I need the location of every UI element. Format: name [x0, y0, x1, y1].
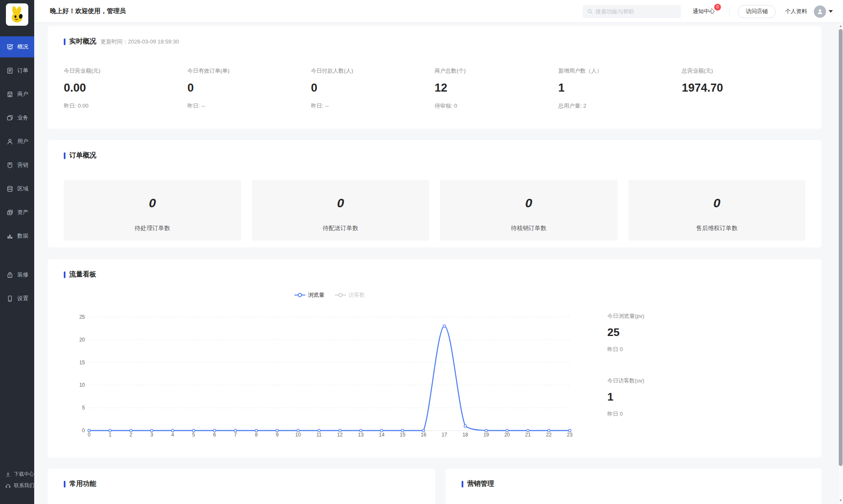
download-icon [5, 471, 11, 477]
sidebar-item-用户[interactable]: 用户 [0, 131, 34, 152]
title-accent-bar [64, 271, 65, 278]
traffic-board-card: 流量看板 浏览量访客数 0510152025012345678910111213… [48, 259, 821, 458]
sidebar-item-商户[interactable]: 商户 [0, 84, 34, 105]
stat-sub: 昨日: -- [188, 102, 311, 110]
stat-sub: 待审核: 0 [435, 102, 558, 110]
legend-marker-icon [334, 293, 346, 298]
svg-text:22: 22 [546, 432, 552, 438]
user-avatar-icon [816, 8, 824, 15]
orders-icon [6, 67, 14, 74]
svg-text:2: 2 [130, 432, 133, 438]
legend-label: 访客数 [348, 291, 365, 299]
sidebar-item-订单[interactable]: 订单 [0, 60, 34, 81]
sidebar-item-label: 订单 [17, 67, 28, 74]
footer-item-label: 联系我们 [14, 482, 34, 489]
stat-label: 今日付款人数(人) [311, 67, 435, 75]
legend-label: 浏览量 [308, 291, 324, 299]
title-accent-bar [64, 38, 65, 45]
user-icon [6, 138, 14, 145]
sidebar-item-资产[interactable]: 资产 [0, 202, 34, 223]
svg-text:15: 15 [400, 432, 405, 438]
realtime-stats-row: 今日营业额(元)0.00昨日: 0.00今日有效订单(单)0昨日: --今日付款… [48, 67, 821, 110]
notification-badge: 0 [714, 4, 721, 11]
sidebar-item-业务[interactable]: 业务 [0, 107, 34, 128]
scrollbar-thumb[interactable] [839, 29, 843, 466]
data-icon [6, 233, 14, 240]
svg-text:14: 14 [379, 432, 385, 438]
order-box-售后维权订单数: 0售后维权订单数 [628, 180, 806, 241]
sidebar-item-营销[interactable]: 营销 [0, 154, 34, 176]
sidebar-footer: 下载中心联系我们 [0, 469, 34, 491]
svg-text:6: 6 [213, 432, 216, 438]
sidebar-item-label: 商户 [17, 90, 28, 98]
order-boxes-row: 0待处理订单数0待配送订单数0待核销订单数0售后维权订单数 [48, 180, 821, 241]
order-overview-card: 订单概况 0待处理订单数0待配送订单数0待核销订单数0售后维权订单数 [48, 140, 821, 247]
stat-value: 1 [558, 81, 682, 95]
svg-text:12: 12 [337, 432, 343, 438]
sidebar-item-区域[interactable]: 区域 [0, 178, 34, 199]
stat-sub: 昨日: -- [311, 102, 435, 110]
sidebar-item-设置[interactable]: 设置 [0, 288, 34, 309]
asset-icon [6, 209, 14, 216]
stat-label: 总营业额(元) [682, 67, 805, 75]
stat-value: 0 [311, 81, 435, 95]
sidebar-footer-item-联系我们[interactable]: 联系我们 [0, 480, 34, 491]
stat-value: 1974.70 [682, 81, 805, 95]
svg-text:5: 5 [192, 432, 195, 438]
legend-item-访客数[interactable]: 访客数 [334, 291, 365, 299]
order-box-label: 待核销订单数 [440, 225, 617, 232]
order-box-待处理订单数: 0待处理订单数 [64, 180, 241, 241]
stat-sub: 总用户量: 2 [558, 102, 682, 110]
main-content: 实时概况 更新时间：2026-03-09 18:59:30 今日营业额(元)0.… [34, 23, 838, 504]
page-scrollbar: ▲ ▼ [838, 23, 843, 504]
rabbit-logo-icon [8, 5, 27, 24]
region-icon [6, 185, 14, 192]
title-accent-bar [64, 152, 65, 159]
svg-text:20: 20 [504, 432, 510, 438]
avatar-menu[interactable] [814, 5, 833, 18]
sidebar-item-label: 营销 [17, 161, 28, 169]
sidebar-item-label: 数据 [17, 232, 28, 240]
svg-text:0: 0 [82, 428, 85, 434]
marketing-management-title: 营销管理 [467, 480, 494, 488]
sidebar-item-label: 资产 [17, 209, 28, 216]
search-box[interactable] [583, 5, 681, 18]
svg-text:8: 8 [255, 432, 258, 438]
update-time: 更新时间：2026-03-09 18:59:30 [101, 38, 179, 46]
traffic-stat-label: 今日访客数(uv) [607, 377, 644, 385]
notification-label: 通知中心 [693, 8, 715, 14]
profile-link[interactable]: 个人资料 [785, 8, 807, 15]
app-logo[interactable] [6, 3, 28, 26]
svg-text:1: 1 [109, 432, 111, 438]
order-box-value: 0 [64, 180, 241, 210]
stat-今日付款人数(人): 今日付款人数(人)0昨日: -- [311, 67, 435, 110]
scrollbar-down-arrow[interactable]: ▼ [838, 498, 843, 504]
traffic-stat-value: 1 [607, 390, 644, 404]
order-box-label: 待处理订单数 [64, 225, 241, 232]
search-input[interactable] [596, 8, 677, 15]
sidebar-item-概况[interactable]: 概况 [0, 36, 34, 57]
sidebar-footer-item-下载中心[interactable]: 下载中心 [0, 469, 34, 480]
sidebar-item-数据[interactable]: 数据 [0, 225, 34, 247]
realtime-title: 实时概况 [69, 37, 96, 46]
visit-store-button[interactable]: 访问店铺 [738, 5, 776, 18]
traffic-stat-今日浏览量(pv): 今日浏览量(pv)25昨日 0 [607, 312, 644, 353]
notification-center-link[interactable]: 通知中心 0 [693, 8, 715, 15]
title-accent-bar [462, 481, 463, 488]
svg-text:20: 20 [79, 337, 85, 343]
header-divider [729, 7, 729, 16]
stat-value: 0 [188, 81, 311, 95]
stat-新增用户数（人）: 新增用户数（人）1总用户量: 2 [558, 67, 682, 110]
settings-icon [6, 295, 14, 302]
traffic-stat-sub: 昨日 0 [607, 410, 644, 418]
search-icon [587, 8, 593, 14]
scrollbar-up-arrow[interactable]: ▲ [838, 23, 843, 29]
stat-商户总数(个): 商户总数(个)12待审核: 0 [435, 67, 558, 110]
sidebar-item-label: 区域 [17, 185, 28, 192]
order-box-value: 0 [252, 180, 430, 210]
sidebar-item-装修[interactable]: 装修 [0, 264, 34, 285]
legend-item-浏览量[interactable]: 浏览量 [294, 291, 324, 299]
order-box-value: 0 [440, 180, 617, 210]
svg-text:13: 13 [358, 432, 364, 438]
traffic-title: 流量看板 [69, 270, 96, 279]
